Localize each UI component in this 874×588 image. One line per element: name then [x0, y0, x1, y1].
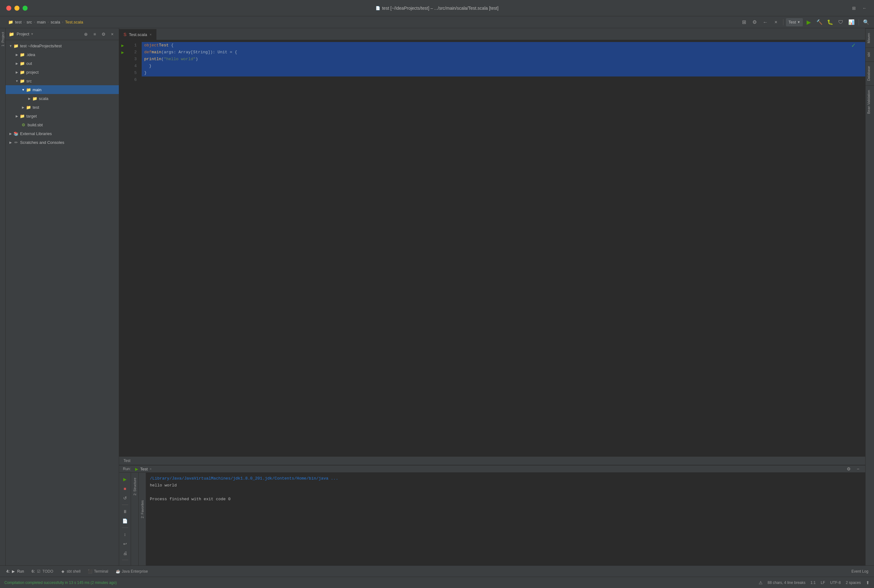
- console-close-icon[interactable]: −: [855, 465, 862, 472]
- tree-label-test-sub: test: [33, 105, 39, 110]
- bottom-tab-sbt[interactable]: ◆ sbt shell: [58, 568, 84, 575]
- sidebar-actions: ⊕ ≡ ⚙ ×: [82, 31, 116, 38]
- traffic-lights: [6, 6, 28, 10]
- line-sep-info[interactable]: LF: [821, 580, 825, 585]
- code-content[interactable]: object Test { def main(args: Array[Strin…: [142, 40, 865, 456]
- tree-item-buildsbt[interactable]: ▶ ⚙ build.sbt: [6, 120, 119, 129]
- line-num-5: 5: [126, 70, 139, 76]
- tree-label-scala: scala: [39, 96, 48, 101]
- console-tree-btn[interactable]: ⊞: [121, 562, 129, 566]
- run-button[interactable]: ▶: [804, 18, 814, 27]
- src-icon: 📁: [19, 78, 25, 84]
- bean-validation-tab[interactable]: Bean Validation: [865, 85, 874, 118]
- structure-tab[interactable]: 2: Structure: [132, 475, 138, 498]
- tree-item-test-subdir[interactable]: ▶ 📁 test: [6, 103, 119, 112]
- git-icon[interactable]: ⬆: [866, 580, 870, 585]
- editor-container: S Test.scala × ▶ ▶: [119, 28, 865, 566]
- tree-item-src[interactable]: ▼ 📁 src: [6, 76, 119, 85]
- fullscreen-button[interactable]: [22, 6, 28, 10]
- console-soft-wrap-btn[interactable]: ↩: [121, 540, 129, 548]
- project-side-panel: 1: Project: [0, 28, 6, 566]
- console-settings-icon[interactable]: ⚙: [845, 465, 852, 472]
- layout-icon[interactable]: ⊞: [739, 18, 749, 27]
- sidebar: 📁 Project ▼ ⊕ ≡ ⚙ × ▼ 📁 test ~/IdeaProj: [6, 28, 119, 566]
- console-pause-btn[interactable]: ⏸: [121, 507, 129, 516]
- indent-info[interactable]: 2 spaces: [846, 580, 861, 585]
- console-rerun-btn[interactable]: ↺: [121, 494, 129, 502]
- console-play-btn[interactable]: ▶: [121, 475, 129, 483]
- java-enterprise-tab-label: Java Enterprise: [121, 569, 148, 574]
- encoding-info[interactable]: UTF-8: [830, 580, 841, 585]
- console-separator: [122, 505, 128, 505]
- app: 📄 test [~/IdeaProjects/test] – .../src/m…: [0, 0, 874, 588]
- tree-item-project[interactable]: ▶ 📁 project: [6, 68, 119, 76]
- editor-tabs: S Test.scala ×: [119, 28, 865, 40]
- settings-icon[interactable]: ⚙: [750, 18, 759, 27]
- expand-icon[interactable]: ⊞: [851, 5, 857, 11]
- line-num-3: 3: [126, 56, 139, 63]
- tree-label-out: out: [26, 61, 32, 66]
- breadcrumb-main[interactable]: main: [37, 20, 46, 24]
- tree-item-test-root[interactable]: ▼ 📁 test ~/IdeaProjects/test: [6, 41, 119, 50]
- coverage-button[interactable]: 🛡: [836, 18, 846, 27]
- hide-sidebar-icon[interactable]: ×: [109, 31, 116, 38]
- todo-tab-num: 6:: [31, 569, 35, 574]
- gutter-run-2[interactable]: ▶: [119, 49, 126, 56]
- code-area: ▶ ▶ 1 2 3 4 5 6: [119, 40, 865, 456]
- build-button[interactable]: 🔨: [815, 18, 824, 27]
- tree-item-scala[interactable]: ▶ 📁 scala: [6, 94, 119, 103]
- breadcrumb-file[interactable]: Test.scala: [65, 20, 83, 24]
- close-button[interactable]: [6, 6, 11, 10]
- database-tab[interactable]: Database: [865, 62, 874, 85]
- console-scroll-btn[interactable]: ↕: [121, 530, 129, 538]
- maven-tab[interactable]: Maven: [865, 28, 874, 48]
- back-toolbar-icon[interactable]: ←: [760, 18, 770, 27]
- scope-icon[interactable]: ⊕: [82, 31, 89, 38]
- tree-item-main[interactable]: ▼ 📁 main: [6, 85, 119, 94]
- run-config-selector[interactable]: Test ▼: [786, 18, 803, 26]
- bottom-tab-terminal[interactable]: ⬛ Terminal: [85, 568, 111, 575]
- console-tab-test[interactable]: ▶ Test ×: [135, 467, 151, 471]
- tree-item-idea[interactable]: ▶ 📁 .idea: [6, 50, 119, 59]
- run-label: Run:: [123, 467, 131, 471]
- breadcrumb-scala[interactable]: scala: [51, 20, 60, 24]
- tree-item-target[interactable]: ▶ 📁 target: [6, 112, 119, 120]
- collapse-icon[interactable]: ≡: [91, 31, 98, 38]
- settings-sidebar-icon[interactable]: ⚙: [100, 31, 107, 38]
- tab-close-testscala[interactable]: ×: [150, 33, 151, 36]
- breadcrumb-test[interactable]: test: [15, 20, 22, 24]
- bottom-tab-run[interactable]: 4: ▶ Run: [3, 568, 27, 575]
- position-info[interactable]: 1:1: [810, 580, 816, 585]
- gutter-5: [119, 70, 126, 76]
- bottom-tab-javaenterprise[interactable]: ☕ Java Enterprise: [112, 568, 151, 575]
- console-line-4: Process finished with exit code 0: [150, 496, 862, 503]
- profile-button[interactable]: 📊: [847, 18, 856, 27]
- console-tab-close[interactable]: ×: [150, 467, 151, 471]
- breadcrumb-src[interactable]: src: [27, 20, 32, 24]
- tree-item-scratches[interactable]: ▶ ✏ Scratches and Consoles: [6, 138, 119, 147]
- project-tab[interactable]: 1: Project: [0, 28, 6, 50]
- event-log-btn[interactable]: Event Log: [849, 568, 871, 575]
- minimize-button[interactable]: [14, 6, 19, 10]
- console-stop-btn[interactable]: ■: [121, 484, 129, 493]
- tree-item-out[interactable]: ▶ 📁 out: [6, 59, 119, 68]
- project-folder-icon2: 📁: [19, 69, 25, 75]
- tree-item-extlibs[interactable]: ▶ 📚 External Libraries: [6, 129, 119, 138]
- console-print-btn[interactable]: 🖨: [121, 549, 129, 557]
- console-dump-btn[interactable]: 📄: [121, 517, 129, 525]
- line-num-1: 1: [126, 42, 139, 49]
- bottom-tab-todo[interactable]: 6: ☑ TODO: [28, 568, 56, 575]
- search-button[interactable]: 🔍: [862, 18, 871, 27]
- tab-testscala[interactable]: S Test.scala ×: [119, 29, 156, 40]
- back-icon[interactable]: ←: [862, 5, 868, 11]
- sbt-file-icon: ⚙: [21, 122, 26, 128]
- separator2: [859, 19, 859, 26]
- console-tab-label: Test: [140, 467, 148, 471]
- scratches-icon: ✏: [13, 140, 19, 145]
- gutter-run-1[interactable]: ▶: [119, 42, 126, 49]
- sbt-tab[interactable]: sbt: [865, 48, 874, 62]
- close-toolbar-icon[interactable]: ×: [771, 18, 781, 27]
- debug-button[interactable]: 🐛: [825, 18, 835, 27]
- favorites-tab[interactable]: 2: Favorites: [139, 498, 145, 520]
- idea-icon: 📁: [19, 52, 25, 57]
